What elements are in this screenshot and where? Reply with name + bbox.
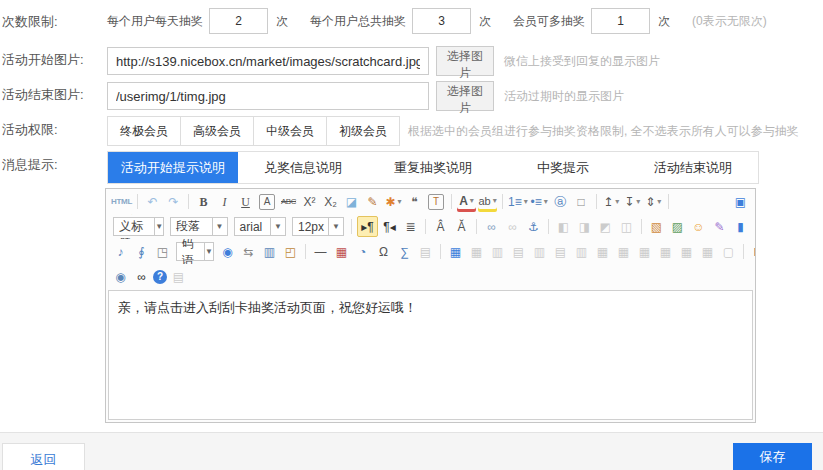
format-clear-icon[interactable]: ◪ — [342, 192, 361, 211]
insert-doc-icon[interactable]: ◳ — [153, 242, 172, 261]
format-painter-icon[interactable]: ✎ — [363, 192, 382, 211]
to-lowercase-icon[interactable]: Ǎ — [452, 217, 471, 236]
toolbar-separator — [137, 194, 138, 209]
unordered-list-icon[interactable]: •≡ — [530, 192, 549, 211]
member-level-senior-button[interactable]: 高级会员 — [180, 116, 254, 146]
split-row-icon: ▦ — [677, 242, 696, 261]
insert-frame-icon[interactable]: ▥ — [260, 242, 279, 261]
link-icon[interactable]: ∞ — [482, 217, 501, 236]
bold-icon[interactable]: B — [194, 192, 213, 211]
merge-right-icon: ▦ — [614, 242, 633, 261]
italic-icon[interactable]: I — [215, 192, 234, 211]
superscript-icon[interactable]: X² — [300, 192, 319, 211]
toolbar-separator — [451, 194, 452, 209]
strikethrough-icon[interactable]: ABC — [279, 192, 298, 211]
undo-icon[interactable]: ↶ — [143, 192, 162, 211]
fullscreen-icon[interactable]: ▣ — [731, 192, 750, 211]
merge-down-icon: ▦ — [635, 242, 654, 261]
editor-content[interactable]: 亲，请点击进入刮刮卡抽奖活动页面，祝您好运哦！ — [108, 290, 753, 420]
indent-first-line-icon[interactable]: ▸¶ — [357, 216, 378, 237]
tab-repeat-draw-note[interactable]: 重复抽奖说明 — [368, 152, 498, 183]
snapshot-icon[interactable]: ◰ — [281, 242, 300, 261]
special-char-icon[interactable]: Ω — [374, 242, 393, 261]
back-button[interactable]: 返回 — [2, 443, 85, 470]
subscript-icon[interactable]: X₂ — [321, 192, 340, 211]
page-break-icon[interactable]: ⇆ — [239, 242, 258, 261]
underline-icon[interactable]: U — [236, 192, 255, 211]
blockquote-icon[interactable]: ❝ — [405, 192, 424, 211]
anchor-a-icon[interactable]: ⓐ — [551, 192, 570, 211]
redo-icon[interactable]: ↷ — [164, 192, 183, 211]
map-icon[interactable]: ◉ — [218, 242, 237, 261]
tab-activity-end-note[interactable]: 活动结束说明 — [628, 152, 758, 183]
emoji-icon[interactable]: ☺ — [689, 217, 708, 236]
preview-icon[interactable]: ◉ — [111, 267, 130, 286]
auto-typeset-icon[interactable]: ✱ — [384, 192, 403, 211]
to-uppercase-icon[interactable]: Â — [431, 217, 450, 236]
editor-toolbar: HTML↶↷BIUAABCX²X₂◪✎✱❝TAab1≡•≡ⓐ□↥↧⇕▣自定义标题… — [106, 189, 755, 289]
paragraph-spacing-top-icon[interactable]: ↥ — [602, 192, 621, 211]
start-image-url-input[interactable] — [107, 47, 429, 75]
chevron-down-icon: ▼ — [270, 218, 285, 235]
attachment-icon[interactable]: ∮ — [132, 242, 151, 261]
start-image-pick-button[interactable]: 选择图片 — [436, 46, 494, 76]
end-image-pick-button[interactable]: 选择图片 — [436, 81, 494, 111]
footer-bar: 返回 保存 — [0, 432, 823, 470]
custom-title-dropdown[interactable]: 自定义标题▼ — [113, 217, 164, 236]
total-draw-limit-input[interactable] — [412, 8, 471, 34]
insert-video-icon[interactable]: ▮ — [731, 217, 750, 236]
tab-redeem-info-note[interactable]: 兑奖信息说明 — [238, 152, 368, 183]
music-icon[interactable]: ♪ — [111, 242, 130, 261]
font-family-dropdown[interactable]: arial▼ — [234, 217, 286, 236]
find-replace-icon[interactable]: ∞ — [132, 267, 151, 286]
limits-hint: (0表示无限次) — [692, 13, 767, 30]
limit-field-label: 每个用户总共抽奖 — [310, 13, 406, 30]
image-manager-icon[interactable]: ▨ — [668, 217, 687, 236]
code-language-dropdown[interactable]: 代码语言▼ — [176, 242, 214, 261]
doc-background-icon: ▢ — [719, 242, 738, 261]
anchor-icon[interactable]: ⚓ — [524, 217, 543, 236]
save-button[interactable]: 保存 — [733, 443, 812, 470]
daily-draw-limit-input[interactable] — [209, 8, 268, 34]
print-icon[interactable]: ⊟ — [749, 242, 755, 261]
chevron-down-icon: ▼ — [154, 218, 163, 235]
highlight-color-icon[interactable]: ab — [478, 192, 497, 212]
scrawl-icon[interactable]: ✎ — [710, 217, 729, 236]
blank-doc-icon[interactable]: □ — [572, 192, 591, 211]
member-level-ultimate-button[interactable]: 终极会员 — [107, 116, 181, 146]
paragraph-spacing-bottom-icon[interactable]: ↧ — [623, 192, 642, 211]
indent-icon[interactable]: ≣ — [401, 217, 420, 236]
toolbar-separator — [305, 244, 306, 259]
help-icon[interactable]: ? — [153, 270, 167, 284]
delete-row-icon: ▤ — [551, 242, 570, 261]
paragraph-format-dropdown[interactable]: 段落▼ — [170, 217, 227, 236]
insert-table-icon[interactable]: ▦ — [446, 242, 465, 261]
drafts-icon: ▤ — [169, 267, 188, 286]
image-float-left-icon: ◧ — [554, 217, 573, 236]
member-level-junior-button[interactable]: 初级会员 — [326, 116, 400, 146]
line-height-icon[interactable]: ⇕ — [644, 192, 663, 211]
horizontal-rule-icon[interactable]: — — [311, 242, 330, 261]
end-image-url-input[interactable] — [107, 82, 429, 110]
member-level-middle-button[interactable]: 中级会员 — [253, 116, 327, 146]
tab-winning-note[interactable]: 中奖提示 — [498, 152, 628, 183]
source-code-button[interactable]: HTML — [111, 192, 132, 211]
insert-image-icon[interactable]: ▧ — [647, 217, 666, 236]
date-icon[interactable]: ▦ — [332, 242, 351, 261]
table-title-icon: ▥ — [488, 242, 507, 261]
ordered-list-icon[interactable]: 1≡ — [508, 192, 528, 211]
tab-activity-start-note[interactable]: 活动开始提示说明 — [108, 152, 238, 183]
time-icon[interactable]: ◔ — [353, 242, 372, 261]
font-border-icon[interactable]: A — [259, 194, 275, 210]
delete-table-icon: ▦ — [467, 242, 486, 261]
dropdown-value: 段落 — [176, 218, 200, 235]
font-color-icon[interactable]: A — [457, 192, 476, 212]
end-image-label: 活动结束图片: — [0, 81, 102, 109]
formula-icon[interactable]: ∑ — [395, 242, 414, 261]
message-tabs: 活动开始提示说明兑奖信息说明重复抽奖说明中奖提示活动结束说明 — [107, 151, 759, 184]
dropdown-value: arial — [240, 220, 263, 234]
paragraph-backward-icon[interactable]: ¶◂ — [380, 217, 399, 236]
member-extra-draw-input[interactable] — [591, 8, 650, 34]
paste-word-icon[interactable]: T — [428, 194, 444, 210]
font-size-dropdown[interactable]: 12px▼ — [292, 217, 344, 236]
